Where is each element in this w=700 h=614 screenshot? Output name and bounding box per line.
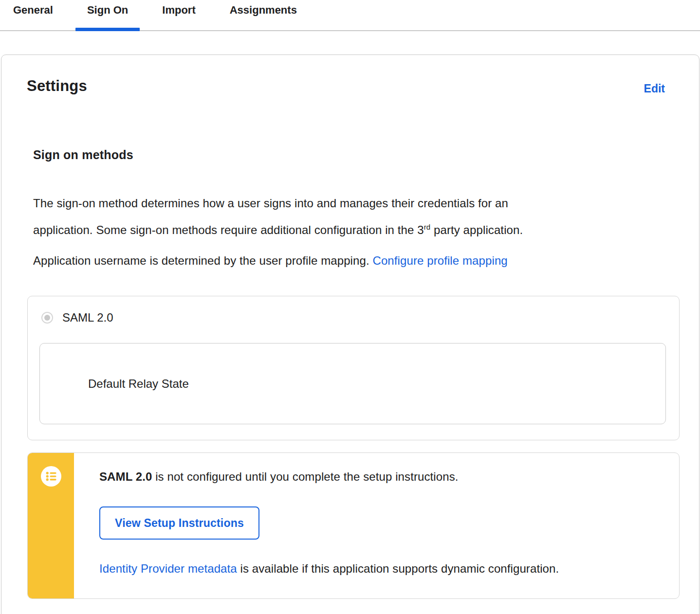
sign-on-description: The sign-on method determines how a user… <box>33 191 679 242</box>
description-superscript: rd <box>424 223 431 231</box>
default-relay-state-field: Default Relay State <box>39 343 666 424</box>
callout-message-rest: is not configured until you complete the… <box>152 470 458 483</box>
tab-assignments[interactable]: Assignments <box>218 0 309 30</box>
tab-general[interactable]: General <box>1 0 65 30</box>
callout-footer-text: is available if this application support… <box>237 562 559 575</box>
saml-radio-button[interactable] <box>41 312 53 324</box>
tab-import[interactable]: Import <box>150 0 207 30</box>
default-relay-state-label: Default Relay State <box>88 377 189 391</box>
configure-profile-mapping-link[interactable]: Configure profile mapping <box>372 254 507 267</box>
saml-radio-row: SAML 2.0 <box>39 311 666 325</box>
card-header: Settings Edit <box>27 77 679 95</box>
app-tabs: General Sign On Import Assignments <box>0 0 700 31</box>
page-title: Settings <box>27 77 87 95</box>
callout-footer: Identity Provider metadata is available … <box>99 561 660 576</box>
description-line2-end: party application. <box>430 223 523 236</box>
description-line2: application. Some sign-on methods requir… <box>33 223 424 236</box>
username-note-text: Application username is determined by th… <box>33 254 372 267</box>
callout-accent-bar <box>28 453 74 598</box>
settings-card: Settings Edit Sign on methods The sign-o… <box>1 54 700 614</box>
identity-provider-metadata-link[interactable]: Identity Provider metadata <box>99 562 237 575</box>
view-setup-instructions-button[interactable]: View Setup Instructions <box>99 506 259 540</box>
callout-message-bold: SAML 2.0 <box>99 470 152 483</box>
list-icon <box>41 466 61 487</box>
callout-content: SAML 2.0 is not configured until you com… <box>74 453 679 598</box>
saml-method-box: SAML 2.0 Default Relay State <box>27 296 680 440</box>
description-line1: The sign-on method determines how a user… <box>33 197 508 210</box>
callout-message: SAML 2.0 is not configured until you com… <box>99 470 660 484</box>
sign-on-methods-section: Sign on methods The sign-on method deter… <box>27 148 679 599</box>
tab-sign-on[interactable]: Sign On <box>75 0 140 30</box>
username-note: Application username is determined by th… <box>33 249 679 272</box>
saml-radio-label: SAML 2.0 <box>62 311 113 325</box>
edit-link[interactable]: Edit <box>644 82 665 95</box>
sign-on-methods-heading: Sign on methods <box>33 148 679 162</box>
setup-callout: SAML 2.0 is not configured until you com… <box>27 452 680 599</box>
